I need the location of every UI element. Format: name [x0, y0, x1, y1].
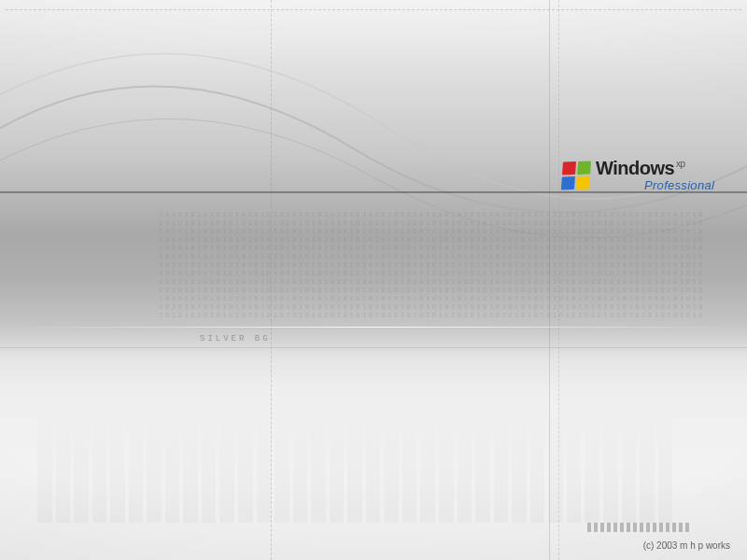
top-frame-line — [6, 9, 741, 10]
windows-logo: Windowsxp Professional — [562, 159, 714, 191]
brand-suffix: xp — [676, 159, 685, 169]
brand-edition: Professional — [644, 179, 714, 191]
divider-dark — [0, 191, 747, 193]
brand-name: Windowsxp — [596, 159, 714, 177]
binary-texture: 1818181818181818181818181818181818181818… — [159, 210, 719, 317]
equalizer-bars — [37, 411, 672, 523]
theme-label: SILVER BG — [200, 334, 271, 343]
windows-flag-icon — [561, 161, 591, 189]
divider-thin — [0, 347, 747, 348]
highlight-line — [0, 327, 747, 328]
tick-marks — [587, 523, 689, 532]
sine-waves — [0, 0, 747, 243]
copyright-text: (c) 2003 m h p works — [643, 540, 730, 551]
